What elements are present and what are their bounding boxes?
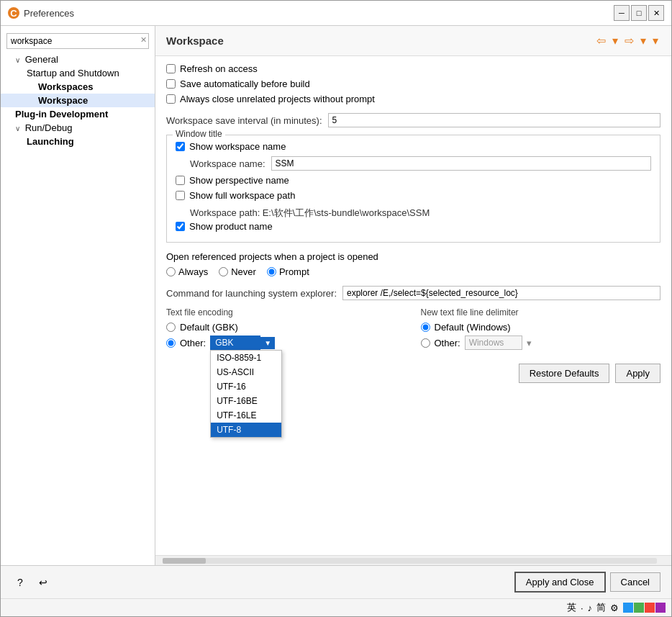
sidebar-item-plugin[interactable]: Plug-in Development [1, 107, 155, 121]
show-product-label: Show product name [189, 221, 273, 232]
refresh-label: Refresh on access [180, 63, 258, 74]
radio-prompt-input[interactable] [267, 267, 276, 276]
sidebar: ✕ ∨ General Startup and Shutdown Workspa… [1, 26, 155, 565]
encoding-title: Text file encoding [166, 307, 407, 317]
refresh-checkbox[interactable] [166, 64, 176, 73]
taskbar-dot: · [581, 603, 584, 613]
workspace-name-input[interactable] [271, 156, 651, 171]
dialog-title: Preferences [24, 8, 74, 19]
panel-header: Workspace ⇦ ▾ ⇨ ▾ ▾ [155, 26, 671, 56]
taskbar-simplified: 简 [596, 601, 606, 614]
encoding-default-radio[interactable] [166, 323, 176, 332]
sidebar-item-label: General [25, 54, 58, 65]
encoding-option-iso[interactable]: ISO-8859-1 [211, 351, 281, 365]
save-interval-row: Workspace save interval (in minutes): [166, 113, 660, 127]
show-full-path-row: Show full workspace path [176, 190, 651, 201]
encoding-selected-display[interactable]: GBK [210, 335, 260, 350]
show-perspective-checkbox[interactable] [176, 176, 185, 185]
cancel-button[interactable]: Cancel [610, 572, 660, 592]
encoding-dropdown-menu: ISO-8859-1 US-ASCII UTF-16 UTF-16BE UTF-… [210, 350, 282, 438]
line-other-label: Other: [435, 338, 460, 348]
show-perspective-label: Show perspective name [189, 175, 289, 186]
encoding-other-radio[interactable] [166, 338, 176, 348]
line-dropdown-arrow[interactable]: ▾ [527, 338, 532, 348]
encoding-option-utf16[interactable]: UTF-16 [211, 379, 281, 394]
encoding-option-utf16le[interactable]: UTF-16LE [211, 408, 281, 423]
workspace-name-label: Workspace name: [190, 158, 265, 169]
back-button[interactable]: ⇦ [594, 33, 608, 48]
always-close-label: Always close unrelated projects without … [180, 94, 375, 104]
save-auto-row: Save automatically before build [166, 78, 660, 89]
preferences-dialog: C Preferences ─ □ ✕ ✕ ∨ General Startup … [0, 0, 672, 617]
title-controls: ─ □ ✕ [614, 5, 664, 21]
encoding-left: Text file encoding Default (GBK) Other: … [166, 307, 407, 353]
radio-never-input[interactable] [219, 267, 228, 276]
line-default-label: Default (Windows) [435, 322, 511, 333]
expand-arrow: ∨ [15, 56, 20, 64]
command-input[interactable] [342, 286, 660, 300]
encoding-option-utf16be[interactable]: UTF-16BE [211, 394, 281, 408]
nav-more-button[interactable]: ▾ [650, 33, 660, 48]
forward-button[interactable]: ⇨ [622, 33, 636, 48]
window-title-group: Window title Show workspace name Workspa… [166, 135, 660, 243]
title-bar: C Preferences ─ □ ✕ [1, 1, 671, 26]
encoding-other-label: Other: [180, 338, 206, 348]
restore-defaults-button[interactable]: Restore Defaults [519, 364, 610, 383]
line-default-radio[interactable] [421, 323, 430, 332]
help-button[interactable]: ? [12, 574, 29, 591]
scroll-track [163, 558, 657, 564]
encoding-section: Text file encoding Default (GBK) Other: … [166, 307, 660, 353]
right-panel: Workspace ⇦ ▾ ⇨ ▾ ▾ Refresh on access Sa… [155, 26, 671, 565]
show-workspace-name-row: Show workspace name [176, 141, 651, 152]
panel-body: Refresh on access Save automatically bef… [155, 56, 671, 555]
restore-button[interactable]: ↩ [35, 574, 52, 591]
bottom-right: Apply and Close Cancel [514, 572, 660, 593]
sidebar-item-general[interactable]: ∨ General [1, 53, 155, 66]
line-other-input[interactable] [465, 335, 522, 350]
save-auto-checkbox[interactable] [166, 79, 176, 89]
radio-never-label: Never [231, 266, 256, 277]
line-other-radio[interactable] [421, 338, 430, 348]
radio-prompt: Prompt [267, 266, 309, 277]
encoding-default-label: Default (GBK) [180, 322, 238, 333]
minimize-button[interactable]: ─ [614, 5, 630, 21]
sidebar-item-label: Plug-in Development [15, 109, 108, 120]
sidebar-item-workspaces[interactable]: Workspaces [1, 80, 155, 94]
scroll-thumb[interactable] [163, 558, 206, 564]
workspace-path-label: Workspace path: [190, 207, 260, 218]
radio-never: Never [219, 266, 256, 277]
sidebar-item-launching[interactable]: Launching [1, 135, 155, 148]
encoding-option-ascii[interactable]: US-ASCII [211, 365, 281, 379]
sidebar-item-rundebug[interactable]: ∨ Run/Debug [1, 121, 155, 135]
show-product-checkbox[interactable] [176, 222, 185, 231]
show-workspace-name-checkbox[interactable] [176, 142, 185, 151]
encoding-right: New text file line delimiter Default (Wi… [421, 307, 661, 353]
encoding-default-row: Default (GBK) [166, 322, 407, 333]
search-input[interactable] [6, 33, 149, 49]
sidebar-item-startup[interactable]: Startup and Shutdown [1, 66, 155, 80]
save-interval-input[interactable] [328, 113, 660, 127]
nav-dropdown2-button[interactable]: ▾ [638, 33, 648, 48]
always-close-checkbox[interactable] [166, 94, 176, 104]
save-interval-label: Workspace save interval (in minutes): [166, 115, 322, 126]
open-referenced-section: Open referenced projects when a project … [166, 251, 660, 277]
search-clear-icon[interactable]: ✕ [140, 35, 147, 45]
save-auto-label: Save automatically before build [180, 78, 310, 89]
radio-always-input[interactable] [166, 267, 176, 276]
sidebar-item-workspace[interactable]: Workspace [1, 94, 155, 107]
command-row: Command for launching system explorer: [166, 286, 660, 300]
apply-and-close-button[interactable]: Apply and Close [514, 572, 606, 593]
apply-button[interactable]: Apply [615, 364, 660, 383]
horizontal-scrollbar[interactable] [155, 555, 671, 565]
close-button[interactable]: ✕ [648, 5, 664, 21]
line-other-row: Other: ▾ [421, 335, 661, 350]
title-bar-left: C Preferences [8, 7, 74, 19]
encoding-dropdown-arrow[interactable]: ▼ [260, 337, 275, 349]
radio-always-label: Always [178, 266, 208, 277]
sidebar-item-label: Workspaces [38, 81, 93, 92]
nav-dropdown-button[interactable]: ▾ [610, 33, 620, 48]
show-full-path-checkbox[interactable] [176, 191, 185, 200]
encoding-option-utf8[interactable]: UTF-8 [211, 423, 281, 437]
maximize-button[interactable]: □ [631, 5, 647, 21]
workspace-path-display: Workspace path: E:\软件\工作\sts-bundle\work… [176, 205, 651, 221]
